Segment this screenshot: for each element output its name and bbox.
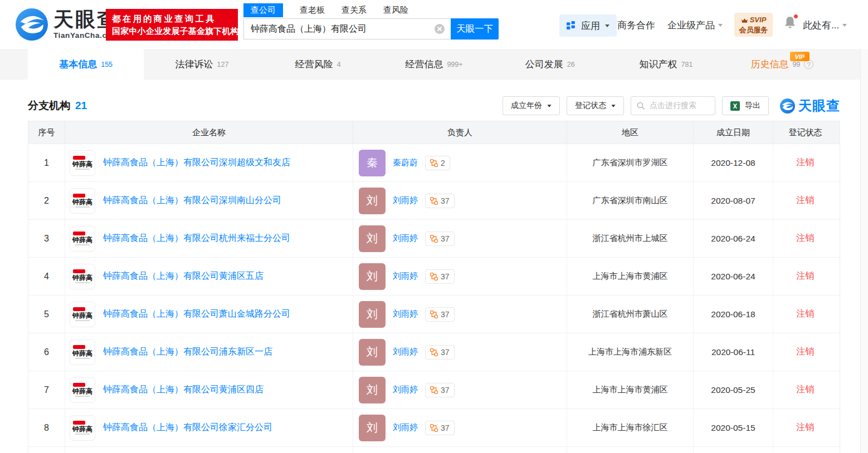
table-header: 序号企业名称负责人地区成立日期登记状态 bbox=[28, 121, 840, 144]
company-link[interactable]: 钟薛高食品（上海）有限公司黄浦区四店 bbox=[103, 384, 264, 396]
person-link[interactable]: 刘雨婷 bbox=[393, 195, 418, 206]
region-cell: 上海市上海市黄浦区 bbox=[567, 371, 694, 408]
tab-item[interactable]: 公司发展26 bbox=[492, 49, 608, 80]
person-avatar[interactable]: 刘 bbox=[359, 188, 386, 214]
company-logo: 钟薛高 bbox=[70, 264, 95, 289]
person-avatar[interactable]: 秦 bbox=[359, 150, 386, 176]
person-link[interactable]: 刘雨婷 bbox=[393, 385, 418, 395]
vertical-scrollbar[interactable] bbox=[860, 49, 868, 453]
brand-mark bbox=[73, 156, 85, 160]
nav-business-label: 商务合作 bbox=[617, 19, 655, 32]
company-link[interactable]: 钟薛高食品（上海）有限公司杭州来福士分公司 bbox=[103, 233, 290, 244]
search-tab[interactable]: 查公司 bbox=[243, 3, 283, 17]
status-badge: 注销 bbox=[773, 182, 837, 219]
svip-member-service[interactable]: SVIP 会员服务 bbox=[734, 13, 773, 37]
search-button[interactable]: 天眼一下 bbox=[451, 18, 499, 40]
account-menu[interactable]: 此处有... bbox=[803, 19, 847, 32]
person-link[interactable]: 刘雨婷 bbox=[393, 309, 418, 319]
row-number: 8 bbox=[28, 409, 65, 446]
relations-badge[interactable]: 37 bbox=[425, 232, 455, 246]
relations-badge[interactable]: 37 bbox=[425, 345, 455, 360]
tab-item[interactable]: 知识产权781 bbox=[608, 49, 724, 80]
brand-mark bbox=[73, 269, 85, 273]
filter-registration-status[interactable]: 登记状态 bbox=[567, 96, 624, 115]
company-logo-text: 钟薛高 bbox=[72, 388, 92, 395]
row-number: 7 bbox=[28, 371, 65, 408]
tab-count: 4 bbox=[337, 61, 341, 68]
relations-graph-icon bbox=[430, 159, 438, 167]
person-avatar[interactable]: 刘 bbox=[359, 301, 386, 328]
filter-founding-year[interactable]: 成立年份 bbox=[503, 96, 560, 115]
person-avatar[interactable]: 刘 bbox=[359, 225, 386, 252]
person-link[interactable]: 刘雨婷 bbox=[393, 233, 418, 244]
relations-badge[interactable]: 37 bbox=[425, 307, 455, 322]
tab-count: 155 bbox=[101, 61, 113, 68]
person-avatar[interactable]: 刘 bbox=[359, 339, 386, 366]
relations-badge[interactable]: 37 bbox=[425, 194, 455, 208]
relations-badge[interactable]: 37 bbox=[425, 269, 455, 284]
company-link[interactable]: 钟薛高食品（上海）有限公司萧山金城路分公司 bbox=[103, 308, 290, 320]
relations-count: 37 bbox=[441, 234, 450, 243]
filter-year-label: 成立年份 bbox=[511, 101, 542, 111]
company-link[interactable]: 钟薛高食品（上海）有限公司徐家汇分公司 bbox=[103, 422, 272, 434]
tab-item[interactable]: VIP历史信息99? bbox=[724, 49, 840, 80]
relations-badge[interactable]: 37 bbox=[425, 383, 455, 397]
search-input[interactable] bbox=[243, 18, 451, 40]
clear-icon[interactable] bbox=[435, 24, 445, 34]
branches-table: 序号企业名称负责人地区成立日期登记状态 1 钟薛高 钟薛高食品（上海）有限公司深… bbox=[28, 121, 840, 453]
company-link[interactable]: 钟薛高食品（上海）有限公司浦东新区一店 bbox=[103, 346, 272, 358]
relations-badge[interactable]: 2 bbox=[425, 156, 450, 170]
person-avatar[interactable]: 刘 bbox=[359, 415, 386, 441]
svip-sublabel: 会员服务 bbox=[734, 25, 773, 35]
tab-item[interactable]: 法律诉讼127 bbox=[144, 49, 260, 80]
company-logo: 钟薛高 bbox=[70, 188, 95, 214]
tab-count: 26 bbox=[567, 61, 575, 68]
apps-grid-icon bbox=[567, 21, 576, 31]
relations-badge[interactable]: 37 bbox=[425, 421, 455, 435]
company-link[interactable]: 钟薛高食品（上海）有限公司黄浦区五店 bbox=[103, 270, 264, 282]
notifications-bell[interactable] bbox=[783, 15, 798, 32]
nav-enterprise-products[interactable]: 企业级产品 bbox=[667, 19, 723, 32]
company-logo-text: 钟薛高 bbox=[72, 426, 92, 432]
notification-dot bbox=[793, 14, 798, 19]
export-button[interactable]: 导出 bbox=[722, 96, 769, 115]
person-link[interactable]: 秦蔚蔚 bbox=[393, 157, 418, 168]
person-link[interactable]: 刘雨婷 bbox=[393, 422, 418, 433]
date-cell: 2020-06-24 bbox=[694, 220, 773, 257]
relations-count: 2 bbox=[441, 159, 445, 168]
person-link[interactable]: 刘雨婷 bbox=[393, 271, 418, 282]
logo-underline bbox=[75, 358, 90, 359]
region-cell: 上海市上海市黄浦区 bbox=[567, 258, 694, 295]
brand-mark bbox=[73, 345, 85, 349]
company-link[interactable]: 钟薛高食品（上海）有限公司深圳南山分公司 bbox=[103, 195, 281, 206]
person-avatar[interactable]: 刘 bbox=[359, 377, 386, 403]
search-area: 查公司查老板查关系查风险 天眼一下 bbox=[243, 3, 499, 40]
nav-business-cooperation[interactable]: 商务合作 bbox=[617, 19, 655, 32]
status-badge: 注销 bbox=[773, 333, 837, 371]
main-tabs: 基本信息155法律诉讼127经营风险4经营信息999+公司发展26知识产权781… bbox=[0, 49, 868, 80]
table-search-input[interactable]: 点击进行搜索 bbox=[631, 96, 715, 115]
row-number: 2 bbox=[28, 182, 65, 219]
region-cell: 广东省深圳市南山区 bbox=[567, 182, 694, 219]
search-tab[interactable]: 查关系 bbox=[342, 5, 367, 16]
export-label: 导出 bbox=[745, 101, 760, 111]
relations-graph-icon bbox=[430, 348, 438, 356]
promo-line1: 都在用的商业查询工具 bbox=[112, 13, 232, 25]
person-link[interactable]: 刘雨婷 bbox=[393, 347, 418, 357]
tab-count: 99 bbox=[792, 61, 800, 68]
row-number: 6 bbox=[28, 333, 65, 371]
region-cell: 浙江省杭州市上城区 bbox=[567, 220, 694, 257]
search-tab[interactable]: 查风险 bbox=[383, 5, 408, 16]
tab-item[interactable]: 基本信息155 bbox=[28, 49, 144, 80]
date-cell: 2020-12-08 bbox=[694, 144, 773, 181]
tab-item[interactable]: 经营风险4 bbox=[260, 49, 376, 80]
table-row-partial bbox=[28, 446, 840, 453]
person-avatar[interactable]: 刘 bbox=[359, 263, 386, 290]
status-badge: 注销 bbox=[773, 371, 837, 408]
date-cell: 2020-05-25 bbox=[694, 371, 773, 408]
nav-apps[interactable]: 应用 bbox=[559, 14, 617, 37]
company-link[interactable]: 钟薛高食品（上海）有限公司深圳超级文和友店 bbox=[103, 157, 290, 169]
tab-item[interactable]: 经营信息999+ bbox=[376, 49, 492, 80]
table-row: 4 钟薛高 钟薛高食品（上海）有限公司黄浦区五店 刘 刘雨婷 37 bbox=[28, 257, 840, 295]
search-tab[interactable]: 查老板 bbox=[300, 5, 325, 16]
